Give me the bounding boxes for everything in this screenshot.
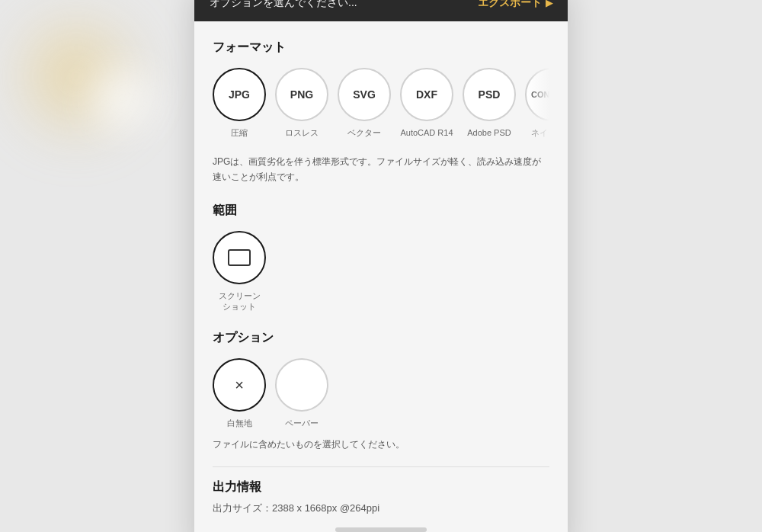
- options-description: ファイルに含めたいものを選択してください。: [213, 438, 549, 451]
- output-section: 出力情報 出力サイズ：2388 x 1668px @264ppi: [213, 479, 549, 515]
- format-sublabel-concept: ネイティブ: [531, 127, 550, 138]
- panel-body: フォーマット JPG 圧縮 PNG ロスレス SVG ベクタ: [194, 21, 568, 532]
- format-sublabel-png: ロスレス: [285, 127, 319, 138]
- format-item-dxf[interactable]: DXF AutoCAD R14: [400, 68, 453, 149]
- format-label-jpg: JPG: [229, 88, 250, 101]
- format-label-png: PNG: [290, 88, 313, 101]
- format-section-title: フォーマット: [213, 40, 549, 56]
- format-circle-png: PNG: [275, 68, 328, 121]
- format-item-psd[interactable]: PSD Adobe PSD: [463, 68, 516, 149]
- format-label-svg: SVG: [353, 88, 376, 101]
- range-item-screenshot[interactable]: スクリーンショット: [213, 231, 266, 312]
- option-circle-white-bg: ×: [213, 358, 266, 412]
- format-row: JPG 圧縮 PNG ロスレス SVG ベクター DXF: [213, 68, 549, 149]
- options-section-title: オプション: [213, 330, 549, 346]
- format-sublabel-svg: ベクター: [347, 127, 381, 138]
- format-item-concept[interactable]: CONCEPT ネイティブ: [525, 68, 549, 149]
- range-label-screenshot: スクリーンショット: [219, 290, 261, 312]
- background-blur-white: [61, 61, 183, 137]
- format-sublabel-jpg: 圧縮: [231, 127, 248, 138]
- panel-title: オプションを選んでください...: [210, 0, 357, 10]
- format-circle-concept: CONCEPT: [525, 68, 549, 121]
- range-items: スクリーンショット: [213, 231, 549, 312]
- divider: [213, 466, 549, 467]
- format-sublabel-dxf: AutoCAD R14: [400, 127, 453, 138]
- range-section-title: 範囲: [213, 203, 549, 219]
- output-size-value: 2388 x 1668px @264ppi: [272, 502, 379, 514]
- option-label-white-bg: 白無地: [227, 418, 252, 429]
- range-circle-screenshot: [213, 231, 266, 284]
- option-circle-paper: [275, 358, 328, 412]
- format-label-dxf: DXF: [416, 88, 437, 101]
- format-item-svg[interactable]: SVG ベクター: [338, 68, 391, 149]
- options-section: オプション × 白無地 ペーパー ファイルに含めたいものを選択してください。: [213, 330, 549, 451]
- export-button[interactable]: エクスポート ▶: [478, 0, 552, 10]
- panel-header: オプションを選んでください... エクスポート ▶: [194, 0, 568, 21]
- output-size: 出力サイズ：2388 x 1668px @264ppi: [213, 502, 549, 515]
- bottom-bar: [335, 527, 427, 532]
- range-section: 範囲 スクリーンショット: [213, 203, 549, 312]
- format-item-png[interactable]: PNG ロスレス: [275, 68, 328, 149]
- format-item-jpg[interactable]: JPG 圧縮: [213, 68, 266, 149]
- format-circle-psd: PSD: [463, 68, 516, 121]
- export-panel: オプションを選んでください... エクスポート ▶ フォーマット JPG 圧縮 …: [194, 0, 568, 532]
- format-circle-jpg: JPG: [213, 68, 266, 121]
- format-circle-svg: SVG: [338, 68, 391, 121]
- format-description: JPGは、画質劣化を伴う標準形式です。ファイルサイズが軽く、読み込み速度が速いこ…: [213, 155, 549, 184]
- format-circle-dxf: DXF: [400, 68, 453, 121]
- option-label-paper: ペーパー: [285, 418, 319, 429]
- screen-icon: [228, 249, 251, 266]
- option-item-paper[interactable]: ペーパー: [275, 358, 328, 429]
- white-bg-icon: ×: [235, 377, 244, 394]
- option-item-white-bg[interactable]: × 白無地: [213, 358, 266, 429]
- output-title: 出力情報: [213, 479, 549, 495]
- output-size-label: 出力サイズ：: [213, 502, 272, 514]
- export-label: エクスポート: [478, 0, 542, 10]
- format-sublabel-psd: Adobe PSD: [467, 127, 511, 138]
- format-label-psd: PSD: [479, 88, 501, 101]
- format-label-concept: CONCEPT: [531, 90, 549, 99]
- options-items: × 白無地 ペーパー: [213, 358, 549, 429]
- export-arrow-icon: ▶: [546, 0, 552, 8]
